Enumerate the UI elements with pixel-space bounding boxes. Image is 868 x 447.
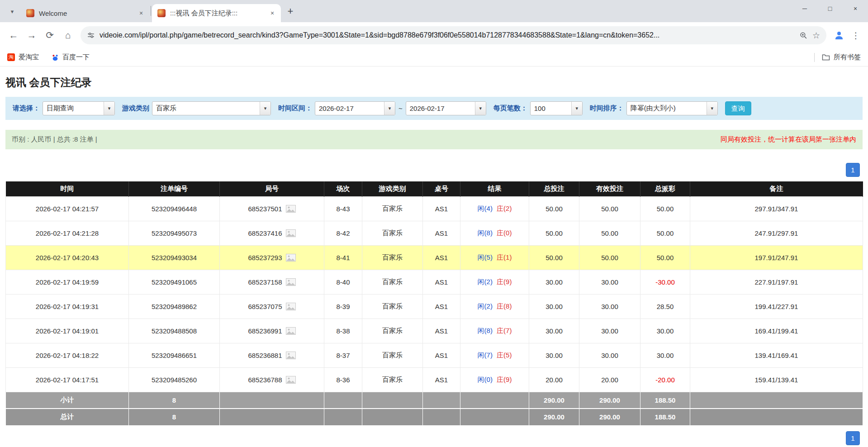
total-total-bet: 290.00 bbox=[529, 409, 579, 425]
subtotal-row: 小计 8 290.00 290.00 188.50 bbox=[6, 392, 863, 409]
maximize-button[interactable]: □ bbox=[817, 0, 843, 17]
cell-time: 2026-02-17 04:17:51 bbox=[6, 367, 129, 392]
round-replay-icon[interactable] bbox=[286, 327, 296, 335]
cell-remark: 199.41/227.91 bbox=[690, 294, 863, 319]
bookmark-label: 百度一下 bbox=[62, 53, 90, 62]
cell-session: 8-38 bbox=[324, 319, 362, 343]
profile-avatar[interactable] bbox=[830, 26, 848, 44]
result-player: 闲(7) bbox=[478, 351, 493, 359]
tab-strip: ▾ Welcome × :::视讯 会员下注纪录::: × + ─ □ × bbox=[0, 0, 868, 22]
round-replay-icon[interactable] bbox=[286, 229, 296, 237]
result-banker: 庄(0) bbox=[497, 229, 512, 237]
cell-round-id: 685237501 bbox=[220, 196, 324, 221]
tab-close-icon[interactable]: × bbox=[267, 8, 277, 18]
cell-total-bet[interactable]: 50.00 bbox=[529, 221, 579, 245]
home-button[interactable]: ⌂ bbox=[59, 26, 77, 44]
tab-welcome[interactable]: Welcome × bbox=[21, 4, 150, 22]
date-from-select[interactable]: 2026-02-17 ▾ bbox=[315, 101, 395, 115]
round-replay-icon[interactable] bbox=[286, 376, 296, 384]
query-button[interactable]: 查询 bbox=[725, 101, 751, 115]
cell-bet-id: 523209488508 bbox=[129, 319, 220, 343]
cell-valid-bet: 50.00 bbox=[579, 245, 640, 270]
window-close-button[interactable]: × bbox=[843, 0, 868, 17]
round-replay-icon[interactable] bbox=[286, 254, 296, 262]
chevron-down-icon[interactable]: ▾ bbox=[475, 102, 486, 115]
pagination-top: 1 bbox=[8, 163, 860, 177]
cell-session: 8-41 bbox=[324, 245, 362, 270]
page-title: 视讯 会员下注纪录 bbox=[5, 76, 868, 90]
cell-result: 闲(8) 庄(7) bbox=[460, 319, 529, 343]
cell-round-id: 685237293 bbox=[220, 245, 324, 270]
currency-summary: 币别 : 人民币 | 总共 :8 注单 | bbox=[12, 135, 97, 144]
mode-select[interactable]: 日期查询 ▾ bbox=[43, 101, 115, 115]
all-bookmarks-button[interactable]: 所有书签 bbox=[822, 53, 861, 62]
minimize-button[interactable]: ─ bbox=[792, 0, 817, 17]
cell-total-bet[interactable]: 50.00 bbox=[529, 245, 579, 270]
game-type-value: 百家乐 bbox=[152, 102, 260, 115]
back-button[interactable]: ← bbox=[5, 26, 23, 44]
browser-menu-icon[interactable]: ⋮ bbox=[848, 26, 863, 44]
date-to-select[interactable]: 2026-02-17 ▾ bbox=[406, 101, 486, 115]
zoom-icon[interactable] bbox=[799, 31, 808, 40]
cell-table-no: AS1 bbox=[423, 221, 460, 245]
chevron-down-icon[interactable]: ▾ bbox=[707, 102, 717, 115]
new-tab-button[interactable]: + bbox=[284, 5, 297, 18]
cell-table-no: AS1 bbox=[423, 270, 460, 294]
round-replay-icon[interactable] bbox=[286, 205, 296, 213]
bookmark-aitaobao[interactable]: 淘 爱淘宝 bbox=[7, 53, 39, 62]
cell-total-bet[interactable]: 20.00 bbox=[529, 367, 579, 392]
page-number-button[interactable]: 1 bbox=[846, 431, 860, 445]
round-replay-icon[interactable] bbox=[286, 278, 296, 286]
address-bar[interactable]: videoie.com/ipl/portal.php/game/betrecor… bbox=[81, 26, 826, 44]
chevron-down-icon[interactable]: ▾ bbox=[104, 102, 114, 115]
url-text[interactable]: videoie.com/ipl/portal.php/game/betrecor… bbox=[100, 31, 795, 39]
summary-bar: 币别 : 人民币 | 总共 :8 注单 | 同局有效投注，统一计算在该局第一张注… bbox=[5, 130, 863, 149]
cell-payout: 50.00 bbox=[640, 196, 690, 221]
chevron-down-icon[interactable]: ▾ bbox=[384, 102, 395, 115]
tab-favicon bbox=[26, 9, 34, 17]
chevron-down-icon[interactable]: ▾ bbox=[571, 102, 582, 115]
cell-total-bet[interactable]: 50.00 bbox=[529, 196, 579, 221]
result-banker: 庄(8) bbox=[497, 302, 512, 310]
cell-total-bet[interactable]: 30.00 bbox=[529, 270, 579, 294]
round-id-value: 685237075 bbox=[248, 303, 282, 310]
cell-result: 闲(4) 庄(2) bbox=[460, 196, 529, 221]
cell-round-id: 685237416 bbox=[220, 221, 324, 245]
round-replay-icon[interactable] bbox=[286, 303, 296, 310]
tab-bet-records[interactable]: :::视讯 会员下注纪录::: × bbox=[152, 4, 281, 22]
round-id-value: 685236881 bbox=[248, 352, 282, 359]
round-id-value: 685236788 bbox=[248, 376, 282, 384]
cell-total-bet[interactable]: 30.00 bbox=[529, 343, 579, 367]
cell-remark: 197.91/247.91 bbox=[690, 245, 863, 270]
cell-table-no: AS1 bbox=[423, 294, 460, 319]
result-player: 闲(2) bbox=[478, 278, 493, 285]
chevron-down-icon[interactable]: ▾ bbox=[260, 102, 270, 115]
reload-button[interactable]: ⟳ bbox=[41, 26, 59, 44]
baidu-icon bbox=[52, 54, 59, 61]
cell-table-no: AS1 bbox=[423, 319, 460, 343]
sort-select[interactable]: 降幂(由大到小) ▾ bbox=[626, 101, 718, 115]
page-size-select[interactable]: 100 ▾ bbox=[530, 101, 583, 115]
game-type-select[interactable]: 百家乐 ▾ bbox=[152, 101, 271, 115]
subtotal-count: 8 bbox=[129, 392, 220, 409]
cell-total-bet[interactable]: 30.00 bbox=[529, 319, 579, 343]
forward-button[interactable]: → bbox=[23, 26, 41, 44]
cell-game-type: 百家乐 bbox=[362, 319, 423, 343]
cell-game-type: 百家乐 bbox=[362, 270, 423, 294]
site-info-icon[interactable] bbox=[87, 31, 95, 39]
page-number-button[interactable]: 1 bbox=[846, 163, 860, 177]
tab-close-icon[interactable]: × bbox=[136, 8, 146, 18]
bookmark-baidu[interactable]: 百度一下 bbox=[52, 53, 90, 62]
bookmark-star-icon[interactable]: ☆ bbox=[812, 30, 820, 41]
table-row: 2026-02-17 04:20:43 523209493034 6852372… bbox=[6, 245, 863, 270]
cell-remark: 169.41/199.41 bbox=[690, 319, 863, 343]
cell-result: 闲(2) 庄(9) bbox=[460, 270, 529, 294]
cell-time: 2026-02-17 04:19:31 bbox=[6, 294, 129, 319]
cell-bet-id: 523209496448 bbox=[129, 196, 220, 221]
tab-search-icon[interactable]: ▾ bbox=[5, 5, 19, 18]
page-size-label: 每页笔数： bbox=[493, 104, 527, 113]
header-bet-id: 注单编号 bbox=[129, 181, 220, 196]
cell-session: 8-40 bbox=[324, 270, 362, 294]
cell-total-bet[interactable]: 30.00 bbox=[529, 294, 579, 319]
round-replay-icon[interactable] bbox=[286, 352, 296, 359]
